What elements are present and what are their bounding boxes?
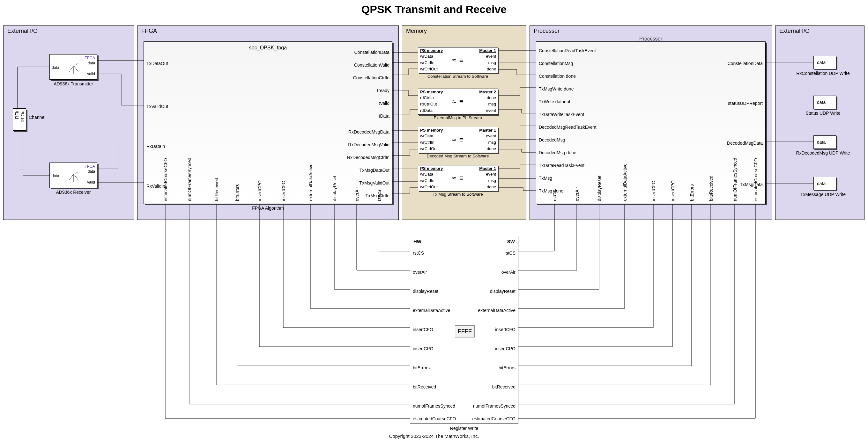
reg-row-r: insertCFO	[495, 327, 516, 332]
memory-decodedmsg-stream[interactable]: PS memory Master 1 wrDataevent wrCtrlInm…	[418, 127, 498, 153]
reg-row-r: insertCPO	[495, 346, 516, 351]
membox-row-r: event	[486, 54, 496, 59]
reg-row-r: externalDataActive	[478, 308, 516, 313]
section-label: External I/O	[7, 28, 38, 34]
processor-bottom-port: bitErrors	[689, 184, 694, 201]
fpga-left-port: RxDataIn	[147, 144, 165, 149]
membox-row-l: wrCtrlOut	[420, 146, 438, 151]
reg-row-r: bitErrors	[499, 365, 516, 370]
sink-constellation[interactable]: data	[813, 56, 836, 69]
section-label: Memory	[406, 28, 427, 34]
processor-left-port: TxMsg	[539, 176, 552, 181]
processor-left-port: TxMsg done	[539, 188, 563, 194]
fpga-right-port: TxMsgValidOut	[359, 180, 390, 185]
membox-row-l: wrCtrlIn	[420, 140, 434, 145]
sink-label: RxConstellation UDP Write	[785, 71, 861, 76]
reg-row: insertCPO	[413, 346, 434, 351]
membox-row-r: msg	[488, 60, 496, 65]
tx-block-label: AD936x Transmitter	[50, 81, 97, 87]
processor-left-port: DecodedMsg done	[539, 150, 577, 155]
fpga-bottom-port: insertCFO	[281, 181, 286, 201]
membox-hdr-l: PS memory	[420, 48, 443, 53]
sink-port-label: data	[817, 140, 826, 145]
section-external-io-right: External I/O	[775, 26, 865, 220]
processor-bottom-port: rstCS	[552, 190, 557, 201]
processor-left-port: ConstellationReadTaskEvent	[539, 48, 596, 53]
fpga-bottom-port: overAir	[354, 187, 360, 201]
reg-row-r: bitReceived	[492, 384, 516, 389]
sink-decodedmsg[interactable]: data	[813, 135, 836, 149]
fpga-right-port: RxDecodedMsgCtrlIn	[347, 155, 390, 160]
reg-row: rstCS	[413, 250, 424, 256]
rx-block-label: AD936x Receiver	[50, 190, 97, 195]
fpga-right-port: ConstellationCtrlIn	[353, 75, 390, 80]
copyright: Copyright 2023-2024 The MathWorks, Inc.	[0, 433, 868, 439]
stream-icon: ≈ ≡	[452, 174, 464, 182]
membox-row-r: done	[487, 184, 496, 189]
reg-row-r: numofFramesSynced	[473, 403, 516, 409]
processor-left-port: DecodedMsgReadTaskEvent	[539, 125, 596, 130]
reg-row: insertCFO	[413, 327, 433, 332]
reg-row-r: displayReset	[490, 289, 516, 294]
processor-block[interactable]: Processor ConstellationReadTaskEvent Con…	[536, 41, 766, 204]
reg-row: externalDataActive	[413, 308, 451, 313]
sink-label: RxDecodedMsg UDP Write	[785, 150, 861, 156]
fpga-block[interactable]: soc_QPSK_fpga TxDataOut TxValidOut RxDat…	[144, 41, 392, 204]
stream-icon: ≈ ≡	[452, 98, 464, 106]
channel-block[interactable]: RFIn RFOut	[13, 108, 26, 131]
sink-txmessage[interactable]: data	[813, 177, 836, 190]
processor-bottom-port: insertCFO	[651, 181, 656, 201]
fpga-left-port: RxValidIn	[147, 183, 165, 189]
register-write-block[interactable]: HW SW rstCSrstCS overAiroverAir displayR…	[410, 236, 518, 424]
membox-row-l: wrData	[420, 54, 433, 59]
membox-row-l: wrData	[420, 172, 433, 176]
stream-icon: ≈ ≡	[452, 136, 464, 144]
fpga-right-port: ConstellationData	[354, 50, 390, 55]
ffff-display: FFFF	[455, 326, 475, 337]
processor-left-port: TxWrite dataout	[539, 99, 570, 104]
memory-constellation-stream[interactable]: PS memory Master 1 wrDataevent wrCtrlInm…	[418, 47, 498, 73]
sink-label: TxMessage UDP Write	[785, 192, 861, 197]
rfout-port: RFOut	[20, 109, 25, 123]
fpga-right-port: tData	[379, 113, 390, 118]
port-data-r: data	[88, 61, 95, 65]
membox-row-l: rdCtrlOut	[420, 102, 437, 106]
section-label: External I/O	[779, 28, 810, 34]
memory-txmsg-stream[interactable]: PS memory Master 1 wrDataevent wrCtrlInm…	[418, 165, 498, 191]
memory-cap: Decoded Msg Stream to Software	[418, 154, 498, 158]
fpga-bottom-port: displayReset	[332, 176, 337, 201]
processor-bottom-port: insertCPO	[670, 180, 675, 201]
membox-row-l: wrCtrlIn	[420, 178, 434, 183]
membox-row-r: done	[487, 95, 496, 100]
reg-row: bitErrors	[413, 365, 430, 370]
membox-row-r: done	[487, 146, 496, 151]
reg-row: bitReceived	[413, 384, 436, 389]
reg-row: estimatedCoarseCFO	[413, 416, 456, 421]
memory-externalmsg-stream[interactable]: PS memory Master 2 rdCtrlIndone rdCtrlOu…	[418, 89, 498, 115]
fpga-left-port: TxDataOut	[147, 61, 168, 66]
port-fpga: FPGA	[85, 164, 95, 169]
rx-transceiver-block[interactable]: data FPGA data valid	[50, 163, 97, 188]
reg-row: displayReset	[413, 289, 438, 294]
register-cap: Register Write	[410, 426, 518, 431]
register-sw-label: SW	[507, 239, 515, 244]
sink-status[interactable]: data	[813, 96, 836, 109]
stream-icon: ≈ ≡	[452, 56, 464, 64]
processor-bottom-port: displayReset	[597, 176, 602, 201]
membox-row-l: wrCtrlOut	[420, 184, 438, 189]
antenna-icon	[67, 63, 80, 75]
membox-hdr-r: Master 1	[479, 166, 496, 171]
membox-row-l: rdCtrlIn	[420, 95, 434, 100]
tx-transceiver-block[interactable]: data FPGA data valid	[50, 54, 97, 80]
processor-left-port: TxDataWriteTaskEvent	[539, 112, 584, 117]
processor-right-port: ConstellationData	[727, 61, 763, 66]
section-label: FPGA	[141, 28, 157, 34]
reg-row: numofFramesSynced	[413, 403, 455, 409]
register-hw-label: HW	[413, 239, 422, 244]
processor-left-port: TxMsgWrite done	[539, 87, 574, 92]
sink-label: Status UDP Write	[785, 110, 861, 116]
processor-left-port: DecodedMsg	[539, 137, 565, 142]
membox-hdr-r: Master 1	[479, 128, 496, 133]
membox-row-r: event	[486, 134, 496, 138]
membox-row-l: wrCtrlIn	[420, 60, 434, 65]
